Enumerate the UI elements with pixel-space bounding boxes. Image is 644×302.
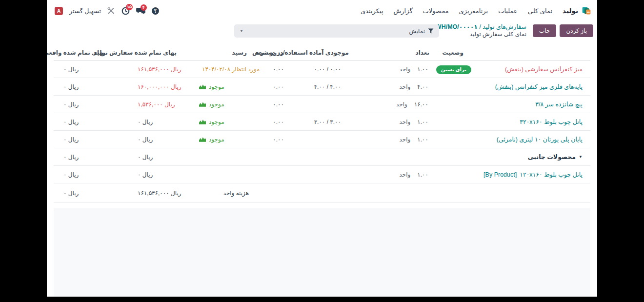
unit-label: واحد: [399, 66, 410, 73]
print-button[interactable]: چاپ: [533, 24, 556, 37]
menu-operations[interactable]: عملیات: [498, 7, 518, 15]
availability-value: ۴.۰۰ / ۴.۰۰: [290, 83, 363, 90]
message-count-badge: ۴: [141, 4, 147, 11]
user-avatar[interactable]: A: [55, 7, 63, 15]
product-name-link[interactable]: پانل چوب بلوط ۳۲۰x۱۶۰: [520, 118, 583, 125]
page-title: نمای کلی سفارش تولید: [436, 31, 526, 39]
table-header-row: وضعیت تعداد موجودی آماده استفاده/در دستر…: [54, 45, 590, 60]
breadcrumb-current: WH/MO/۰۰۰۰۱: [436, 23, 478, 30]
help-icon[interactable]: ؟: [152, 7, 159, 15]
menu-products[interactable]: محصولات: [423, 7, 449, 15]
activities-clock-icon[interactable]: ۱۵: [121, 7, 130, 15]
mo-cost-value: ۰ ریال: [112, 171, 185, 178]
unit-label: واحد: [399, 83, 410, 90]
app-window: توليد نمای کلی عملیات برنامه‌ریزی محصولا…: [47, 0, 597, 297]
real-cost-value: ۰ ریال: [54, 136, 112, 143]
table-row: پایه‌های فلزی میز کنفرانس (بنفش) ۴.۰۰ وا…: [54, 78, 590, 96]
real-cost-value: ۰ ریال: [54, 83, 112, 90]
app-menu-toggle[interactable]: توليد: [563, 6, 591, 16]
menu-planning[interactable]: برنامه‌ریزی: [459, 7, 488, 15]
real-cost-value: ۰ ریال: [54, 171, 112, 178]
content-background-panel: [54, 208, 590, 297]
activity-count-badge: ۱۵: [126, 4, 133, 10]
receipt-cell: هزینه واحد: [185, 190, 254, 197]
status-badge: برای بستن: [436, 65, 471, 74]
receipt-cell: مورد انتظار ۱۴۰۴/۰۲/۰۸: [185, 66, 254, 73]
mo-cost-value: ۱۶۰,۰۰۰,۰۰۰ ریال: [112, 83, 185, 90]
real-cost-value: ۰ ریال: [54, 119, 112, 125]
product-name-link[interactable]: پایه‌های فلزی میز کنفرانس (بنفش): [495, 83, 583, 90]
area-chart-icon: [199, 84, 206, 89]
filter-funnel-icon: [428, 28, 434, 34]
receipt-status-link[interactable]: موجود: [209, 101, 224, 108]
availability-value: ۰.۰۰ / ۰.۰۰: [290, 66, 363, 73]
filter-caret-down-icon[interactable]: ▼: [240, 29, 243, 33]
quantity-value: ۱۶.۰۰: [414, 101, 428, 108]
product-name-link[interactable]: میز کنفرانس سفارشی (بنفش): [505, 65, 583, 73]
table-row: پانل چوب بلوط ۱۲۰x۱۶۰ [By Product] ۱.۰۰ …: [54, 166, 590, 183]
receipt-status-link[interactable]: موجود: [209, 119, 224, 125]
unit-label: واحد: [399, 136, 410, 143]
tools-icon[interactable]: [107, 7, 115, 15]
product-name-link[interactable]: پایان پلی یورتان ۱۰ لیتری (نامرئی): [497, 136, 583, 143]
header-real-cost: بهای تمام شده واقعی: [47, 49, 112, 56]
receipt-cell: موجود: [185, 101, 254, 108]
menu-overview[interactable]: نمای کلی: [528, 7, 552, 15]
table-row: پانل چوب بلوط ۳۲۰x۱۶۰ ۱.۰۰ واحد ۳.۰۰ / ۳…: [54, 113, 590, 131]
mo-cost-value: ۰ ریال: [112, 119, 185, 125]
header-status: وضعیت: [429, 49, 473, 56]
real-cost-value: ۰ ریال: [54, 66, 112, 73]
breadcrumb-separator: /: [479, 23, 481, 30]
section-caret-icon[interactable]: ▼: [579, 155, 583, 159]
reserved-value: ۰.۰۰: [254, 101, 290, 108]
product-code-tag: [By Product]: [483, 171, 517, 178]
filter-label: نمایش: [409, 28, 425, 35]
quantity-value: ۱.۰۰: [417, 136, 428, 143]
header-mo-cost: بهای تمام شده سفارش تولید: [112, 49, 185, 56]
real-cost-value: ۰ ریال: [54, 154, 112, 161]
product-name-link[interactable]: محصولات جانبی: [528, 153, 576, 161]
unit-label: واحد: [399, 171, 410, 178]
header-reserved: رزرو شده: [254, 49, 290, 56]
reserved-value: ۰.۰۰: [254, 119, 290, 125]
unfold-button[interactable]: باز کردن: [560, 24, 593, 37]
app-name[interactable]: توليد: [563, 7, 578, 15]
table-row: میز کنفرانس سفارشی (بنفش) برای بستن ۱.۰۰…: [54, 60, 590, 78]
quantity-value: ۱.۰۰: [417, 66, 428, 73]
top-navbar: توليد نمای کلی عملیات برنامه‌ریزی محصولا…: [47, 0, 597, 21]
quantity-value: ۱.۰۰: [417, 119, 428, 125]
screen-frame: [0, 297, 644, 302]
receipt-status-link[interactable]: مورد انتظار ۱۴۰۴/۰۲/۰۸: [202, 66, 260, 73]
unit-label: واحد: [399, 119, 410, 125]
mo-cost-value: ۱,۵۳۶,۰۰۰ ریال: [112, 101, 185, 108]
quantity-value: ۴.۰۰: [417, 83, 428, 90]
header-receipt: رسید: [185, 49, 254, 56]
receipt-status-link[interactable]: موجود: [209, 83, 224, 90]
area-chart-icon: [199, 101, 206, 107]
receipt-cell: موجود: [185, 136, 254, 143]
product-name-link[interactable]: پیچ شانزده سر ۳/۸: [535, 101, 583, 108]
table-body: میز کنفرانس سفارشی (بنفش) برای بستن ۱.۰۰…: [54, 60, 590, 203]
control-bar: باز کردن چاپ سفارش‌های تولید / WH/MO/۰۰۰…: [47, 21, 597, 43]
reserved-value: ۰.۰۰: [254, 136, 290, 143]
mo-cost-value: ۰ ریال: [112, 136, 185, 143]
unit-label: واحد: [396, 101, 407, 108]
receipt-status-link[interactable]: موجود: [209, 136, 224, 143]
receipt-status-link[interactable]: هزینه واحد: [223, 190, 249, 197]
real-cost-value: ۰ ریال: [54, 190, 112, 197]
messages-icon[interactable]: ۴: [136, 7, 145, 15]
menu-reporting[interactable]: گزارش: [393, 7, 412, 15]
availability-value: ۳.۰۰ / ۳.۰۰: [290, 119, 363, 125]
reserved-value: ۰.۰۰: [254, 83, 290, 90]
manufacturing-app-icon: [582, 6, 591, 16]
mo-cost-value: ۰ ریال: [112, 154, 185, 161]
company-name[interactable]: تسهیل گستر: [69, 7, 101, 15]
header-availability: موجودی آماده استفاده/در دسترس: [290, 49, 363, 56]
breadcrumb: سفارش‌های تولید / WH/MO/۰۰۰۰۱ نمای کلی س…: [436, 23, 526, 39]
product-name-link[interactable]: پانل چوب بلوط ۱۲۰x۱۶۰: [520, 171, 583, 178]
table-row: پیچ شانزده سر ۳/۸ ۱۶.۰۰ واحد ۰.۰۰ موجود …: [54, 96, 590, 113]
breadcrumb-parent-link[interactable]: سفارش‌های تولید: [483, 23, 526, 30]
search-filter-bar[interactable]: نمایش ▼: [234, 24, 439, 38]
mo-overview-table: وضعیت تعداد موجودی آماده استفاده/در دستر…: [54, 45, 590, 203]
menu-configuration[interactable]: پیکربندی: [361, 7, 383, 15]
